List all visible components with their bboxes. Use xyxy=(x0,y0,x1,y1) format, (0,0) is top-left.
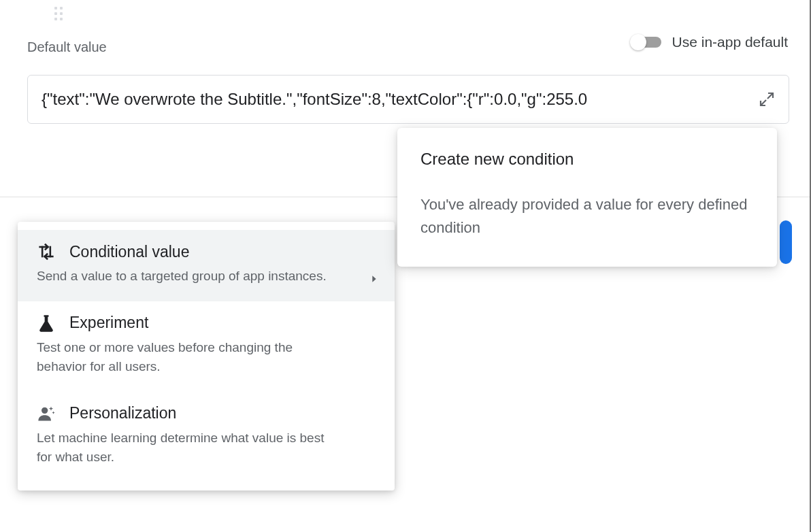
menu-item-experiment[interactable]: Experiment Test one or more values befor… xyxy=(18,301,395,392)
svg-point-0 xyxy=(42,407,48,413)
menu-item-title: Experiment xyxy=(69,314,148,332)
use-in-app-default-label: Use in-app default xyxy=(672,34,788,50)
popup-title: Create new condition xyxy=(420,150,754,169)
expand-icon[interactable] xyxy=(759,91,775,107)
popup-body: You've already provided a value for ever… xyxy=(420,193,754,239)
menu-item-desc: Send a value to a targeted group of app … xyxy=(37,267,376,286)
conditional-value-icon xyxy=(37,242,56,261)
menu-item-desc: Test one or more values before changing … xyxy=(37,338,376,377)
chevron-right-icon xyxy=(369,273,380,287)
menu-item-title: Personalization xyxy=(69,404,176,422)
add-value-options-menu: Conditional value Send a value to a targ… xyxy=(18,222,395,491)
menu-item-title: Conditional value xyxy=(69,243,189,261)
default-value-label: Default value xyxy=(27,39,107,55)
experiment-icon xyxy=(37,314,56,333)
drag-handle-icon[interactable] xyxy=(54,7,63,20)
menu-item-desc: Let machine learning determine what valu… xyxy=(37,429,376,467)
default-value-input[interactable] xyxy=(42,90,750,109)
create-condition-popup: Create new condition You've already prov… xyxy=(397,128,777,267)
personalization-icon xyxy=(37,404,56,423)
blue-peek-element xyxy=(780,220,792,264)
default-value-input-container xyxy=(27,75,789,124)
menu-item-personalization[interactable]: Personalization Let machine learning det… xyxy=(18,392,395,482)
use-in-app-default-toggle[interactable] xyxy=(630,34,663,50)
menu-item-conditional-value[interactable]: Conditional value Send a value to a targ… xyxy=(18,230,395,301)
